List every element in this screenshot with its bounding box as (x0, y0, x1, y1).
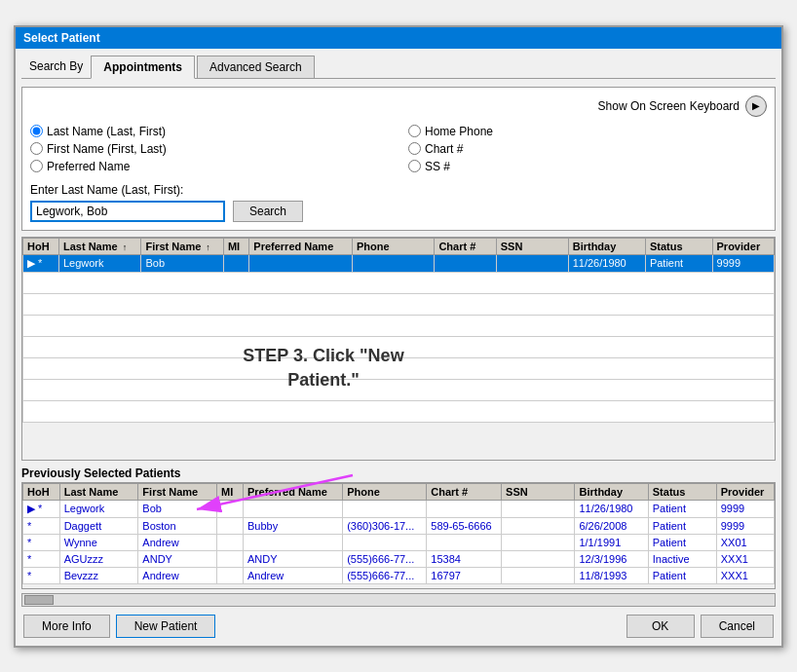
prev-cell-2: Boston (138, 517, 217, 534)
keyboard-label: Show On Screen Keyboard (598, 99, 740, 113)
prev-col-hoh: HoH (23, 483, 60, 500)
tab-bar-label: Search By (21, 56, 91, 77)
annotation-area: HoH Last Name ↑ First Name ↑ MI Preferre… (21, 237, 776, 461)
cell-chart (435, 254, 496, 272)
prev-cell-2: ANDY (138, 550, 217, 567)
prev-cell-10: 9999 (716, 517, 774, 534)
more-info-button[interactable]: More Info (23, 615, 110, 638)
cell-birthday: 11/26/1980 (568, 254, 645, 272)
prev-cell-1: AGUzzz (59, 550, 138, 567)
tab-bar: Search By Appointments Advanced Search (21, 55, 776, 79)
cancel-button[interactable]: Cancel (701, 615, 774, 638)
tab-advanced-search[interactable]: Advanced Search (197, 56, 315, 78)
radio-preferred-name[interactable]: Preferred Name (30, 160, 389, 173)
search-button[interactable]: Search (233, 201, 303, 222)
prev-cell-10: XXX1 (716, 550, 774, 567)
col-status: Status (645, 238, 712, 254)
prev-cell-10: XX01 (716, 534, 774, 550)
prev-cell-7 (502, 567, 575, 583)
prev-col-mi: MI (217, 483, 244, 500)
table-row[interactable] (23, 315, 775, 336)
ok-button[interactable]: OK (626, 615, 695, 638)
prev-cell-8: 11/26/1980 (575, 500, 648, 517)
prev-cell-0: * (23, 567, 60, 583)
prev-cell-8: 11/8/1993 (575, 567, 648, 583)
prev-cell-5: (360)306-17... (343, 517, 427, 534)
prev-cell-3 (217, 567, 244, 583)
bottom-left-buttons: More Info New Patient (23, 615, 215, 638)
scroll-thumb[interactable] (24, 595, 54, 605)
prev-cell-5: (555)666-77... (343, 550, 427, 567)
cell-hoh: ▶ * (23, 254, 59, 272)
col-last-name: Last Name ↑ (58, 238, 140, 254)
prev-cell-1: Wynne (59, 534, 138, 550)
prev-col-birthday: Birthday (575, 483, 648, 500)
prev-cell-8: 6/26/2008 (575, 517, 648, 534)
prev-cell-6 (427, 500, 502, 517)
radio-first-name[interactable]: First Name (First, Last) (30, 142, 389, 156)
cell-phone (352, 254, 434, 272)
main-results-table: HoH Last Name ↑ First Name ↑ MI Preferre… (22, 238, 775, 423)
prev-table-wrapper: HoH Last Name First Name MI Preferred Na… (21, 482, 776, 589)
prev-cell-0: * (23, 534, 60, 550)
prev-cell-9: Patient (648, 517, 716, 534)
prev-cell-5 (343, 534, 427, 550)
select-patient-dialog: Select Patient Search By Appointments Ad… (14, 25, 783, 648)
cell-ssn (496, 254, 568, 272)
prev-cell-2: Bob (138, 500, 217, 517)
table-row[interactable] (23, 379, 775, 400)
prev-table-row[interactable]: *BevzzzAndrewAndrew(555)666-77...1679711… (23, 567, 775, 583)
prev-cell-4: ANDY (243, 550, 342, 567)
new-patient-button[interactable]: New Patient (116, 615, 216, 638)
col-provider: Provider (712, 238, 774, 254)
cell-preferred-name (249, 254, 353, 272)
prev-col-first-name: First Name (138, 483, 217, 500)
search-input[interactable] (30, 201, 225, 222)
keyboard-button[interactable]: ▶ (745, 95, 767, 117)
prev-table-row[interactable]: *AGUzzzANDYANDY(555)666-77...1538412/3/1… (23, 550, 775, 567)
prev-col-status: Status (648, 483, 716, 500)
main-results-table-wrapper: HoH Last Name ↑ First Name ↑ MI Preferre… (21, 237, 776, 461)
prev-cell-8: 12/3/1996 (575, 550, 648, 567)
prev-cell-9: Patient (648, 567, 716, 583)
radio-home-phone[interactable]: Home Phone (408, 125, 767, 138)
col-chart: Chart # (435, 238, 496, 254)
prev-cell-1: Bevzzz (59, 567, 138, 583)
radio-ssn[interactable]: SS # (408, 160, 767, 173)
cell-status: Patient (645, 254, 712, 272)
table-row[interactable] (23, 293, 775, 315)
table-row[interactable] (23, 400, 775, 422)
radio-chart[interactable]: Chart # (408, 142, 767, 156)
table-row[interactable] (23, 336, 775, 357)
prev-table-row[interactable]: *DaggettBostonBubby(360)306-17...589-65-… (23, 517, 775, 534)
prev-cell-4 (243, 534, 342, 550)
prev-cell-4: Andrew (243, 567, 342, 583)
col-phone: Phone (352, 238, 434, 254)
prev-cell-1: Legwork (59, 500, 138, 517)
prev-cell-6: 15384 (427, 550, 502, 567)
col-first-name: First Name ↑ (141, 238, 223, 254)
col-preferred-name: Preferred Name (249, 238, 353, 254)
table-row[interactable] (23, 272, 775, 293)
radio-last-name[interactable]: Last Name (Last, First) (30, 125, 389, 138)
col-birthday: Birthday (568, 238, 645, 254)
prev-cell-7 (502, 550, 575, 567)
prev-cell-3 (217, 500, 244, 517)
prev-table-row[interactable]: *WynneAndrew1/1/1991PatientXX01 (23, 534, 775, 550)
prev-cell-7 (502, 517, 575, 534)
table-row[interactable]: ▶ * Legwork Bob 11/26/1980 Patient 9999 (23, 254, 775, 272)
prev-cell-7 (502, 534, 575, 550)
tab-appointments[interactable]: Appointments (91, 56, 195, 79)
prev-cell-5: (555)666-77... (343, 567, 427, 583)
prev-cell-6: 16797 (427, 567, 502, 583)
search-area: Show On Screen Keyboard ▶ Last Name (Las… (21, 87, 776, 231)
prev-cell-10: XXX1 (716, 567, 774, 583)
prev-cell-9: Patient (648, 500, 716, 517)
prev-cell-6: 589-65-6666 (427, 517, 502, 534)
search-input-label: Enter Last Name (Last, First): (30, 183, 767, 197)
table-row[interactable] (23, 357, 775, 379)
prev-table-row[interactable]: ▶ *LegworkBob11/26/1980Patient9999 (23, 500, 775, 517)
horizontal-scrollbar[interactable] (21, 593, 776, 607)
prev-col-phone: Phone (343, 483, 427, 500)
prev-cell-5 (343, 500, 427, 517)
